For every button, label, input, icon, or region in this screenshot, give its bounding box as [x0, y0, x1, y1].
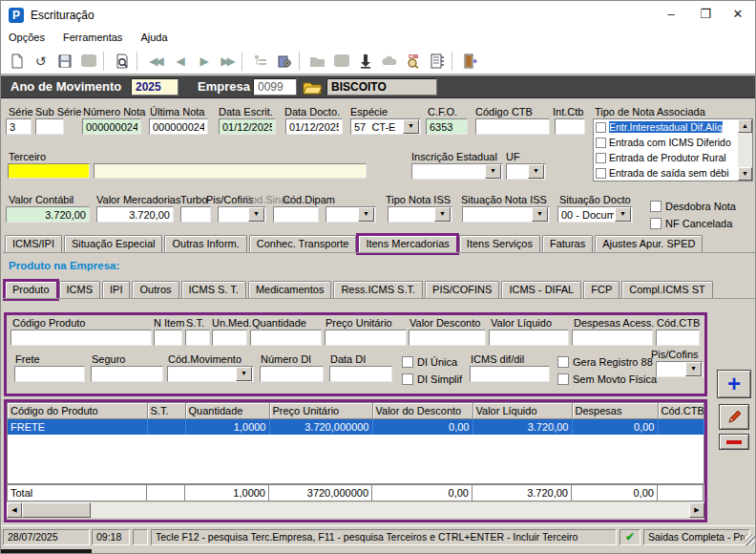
print-preview-icon[interactable] — [110, 50, 134, 73]
codigo-ctb-field[interactable] — [475, 118, 550, 135]
chevron-down-icon[interactable]: ▼ — [434, 207, 451, 222]
preco-unitario-field[interactable] — [325, 330, 407, 346]
valor-desconto-field[interactable] — [409, 330, 486, 346]
subtab-icms-st[interactable]: ICMS S. T. — [181, 281, 246, 299]
scroll-left-icon[interactable]: ◀ — [7, 502, 22, 518]
scrollbar-thumb[interactable] — [22, 502, 91, 518]
data-escrit-field[interactable] — [219, 118, 276, 135]
tab-faturas[interactable]: Faturas — [542, 235, 593, 253]
codigo-produto-field[interactable] — [10, 330, 152, 346]
checkbox-icon[interactable] — [596, 168, 606, 179]
list-scrollbar[interactable]: ▲ ▼ — [738, 119, 752, 181]
numero-nota-field[interactable] — [82, 118, 141, 135]
col-valor-liquido[interactable]: Valor Líquido — [472, 403, 572, 419]
undo-icon[interactable]: ↺ — [29, 50, 52, 73]
export-icon[interactable] — [353, 50, 377, 73]
desdobra-nota-checkbox[interactable] — [650, 201, 662, 212]
un-med-field[interactable] — [212, 330, 247, 346]
col-preco-unitario[interactable]: Preço Unitário — [269, 403, 372, 419]
inscricao-estadual-combo[interactable]: ▼ — [411, 163, 503, 180]
seguro-field[interactable] — [91, 366, 163, 382]
col-st[interactable]: S.T. — [147, 403, 185, 419]
quantidade-field[interactable] — [250, 330, 322, 346]
chevron-down-icon[interactable]: ▼ — [248, 207, 264, 222]
chevron-down-icon[interactable]: ▼ — [403, 119, 419, 134]
valor-mercadorias-field[interactable] — [96, 206, 174, 223]
list-item[interactable]: Entrada com ICMS Diferido — [594, 135, 738, 150]
gera-registro-checkbox[interactable] — [557, 356, 569, 368]
scroll-right-icon[interactable]: ▶ — [689, 502, 704, 518]
resize-grip[interactable] — [745, 534, 756, 545]
subtab-fcp[interactable]: FCP — [583, 281, 620, 299]
minimize-button[interactable]: – — [654, 1, 688, 28]
tab-icms-ipi[interactable]: ICMS/IPI — [5, 235, 62, 253]
col-valor-desconto[interactable]: Valor do Desconto — [372, 403, 472, 419]
int-ctb-field[interactable] — [555, 118, 585, 135]
previous-record-icon[interactable]: ◀ — [167, 50, 191, 73]
cod-movimento-combo[interactable]: ▼ — [167, 366, 254, 382]
col-despesas[interactable]: Despesas — [572, 403, 658, 419]
sub-serie-field[interactable] — [35, 118, 64, 135]
despesas-acess-field[interactable] — [572, 330, 653, 346]
list-item[interactable]: Entr.Interestadual Dif.Alíq — [594, 119, 738, 135]
list-item[interactable]: Entrada de saída sem débi — [594, 165, 738, 181]
nf-cancelada-checkbox[interactable] — [650, 218, 662, 229]
uf-combo[interactable]: ▼ — [506, 163, 546, 180]
scroll-up-icon[interactable]: ▲ — [738, 119, 752, 133]
next-record-icon[interactable]: ▶ — [191, 50, 215, 73]
di-unica-checkbox[interactable] — [402, 356, 413, 368]
edit-item-button[interactable] — [719, 404, 749, 430]
data-di-field[interactable] — [329, 366, 392, 382]
serie-field[interactable] — [6, 118, 32, 135]
chevron-down-icon[interactable]: ▼ — [358, 207, 374, 222]
process-icon[interactable] — [272, 50, 296, 73]
col-quantidade[interactable]: Quantidade — [185, 403, 269, 419]
subtab-pis-cofins[interactable]: PIS/COFINS — [425, 281, 499, 299]
first-record-icon[interactable]: ◀◀ — [143, 50, 167, 73]
new-document-icon[interactable] — [5, 50, 29, 73]
sem-movto-checkbox[interactable] — [557, 373, 569, 385]
chevron-down-icon[interactable]: ▼ — [615, 207, 631, 222]
chevron-down-icon[interactable]: ▼ — [528, 164, 544, 179]
exit-icon[interactable] — [458, 50, 482, 73]
turbo-field[interactable] — [180, 206, 211, 223]
numero-di-field[interactable] — [260, 366, 324, 382]
menu-ferramentas[interactable]: Ferramentas — [55, 30, 130, 45]
menu-ajuda[interactable]: Ajuda — [133, 30, 175, 45]
list-icon[interactable] — [425, 50, 449, 73]
menu-opcoes[interactable]: Opções — [1, 30, 52, 45]
close-button[interactable]: ✕ — [721, 1, 755, 28]
subtab-medicamentos[interactable]: Medicamentos — [248, 281, 332, 299]
grid-horizontal-scrollbar[interactable]: ◀ ▶ — [7, 502, 704, 518]
checkbox-icon[interactable] — [596, 138, 606, 148]
save-icon[interactable] — [52, 50, 76, 73]
pis-cofins-item-combo[interactable]: ▼ — [656, 361, 704, 377]
icms-dif-field[interactable] — [470, 366, 550, 382]
pis-cofins-combo[interactable]: ▼ — [218, 206, 266, 223]
tab-ajustes-apur-sped[interactable]: Ajustes Apur. SPED — [595, 235, 703, 253]
cod-sinac-field[interactable] — [273, 206, 319, 223]
table-row[interactable]: FRETE 1,0000 3.720,000000 0,00 3.720,00 … — [8, 419, 704, 436]
data-docto-field[interactable] — [285, 118, 343, 135]
st-field[interactable] — [185, 330, 210, 346]
valor-contabil-field[interactable] — [6, 206, 90, 223]
ano-movimento-field[interactable]: 2025 — [131, 78, 178, 96]
list-item[interactable]: Entrada de Produtor Rural — [594, 150, 738, 165]
checkbox-icon[interactable] — [596, 122, 606, 133]
checkbox-icon[interactable] — [596, 153, 606, 163]
terceiro-name-field[interactable] — [94, 163, 367, 179]
di-simplif-checkbox[interactable] — [402, 373, 413, 385]
maximize-button[interactable]: ❐ — [688, 1, 723, 28]
tab-situacao-especial[interactable]: Situação Especial — [64, 235, 162, 253]
scroll-down-icon[interactable]: ▼ — [738, 167, 752, 181]
remove-item-button[interactable] — [719, 434, 749, 450]
tab-itens-servicos[interactable]: Itens Serviços — [459, 235, 540, 253]
add-item-button[interactable]: + — [717, 370, 751, 398]
tab-outras-inform[interactable]: Outras Inform. — [164, 235, 246, 253]
cib-search-icon[interactable]: CIB — [401, 50, 425, 73]
subtab-ipi[interactable]: IPI — [102, 281, 130, 299]
open-company-folder-icon[interactable] — [303, 79, 322, 96]
subtab-ress-icms-st[interactable]: Ress.ICMS S.T. — [333, 281, 423, 299]
chevron-down-icon[interactable]: ▼ — [685, 362, 702, 376]
especie-combo[interactable]: 57 CT-E ▼ — [350, 118, 421, 135]
